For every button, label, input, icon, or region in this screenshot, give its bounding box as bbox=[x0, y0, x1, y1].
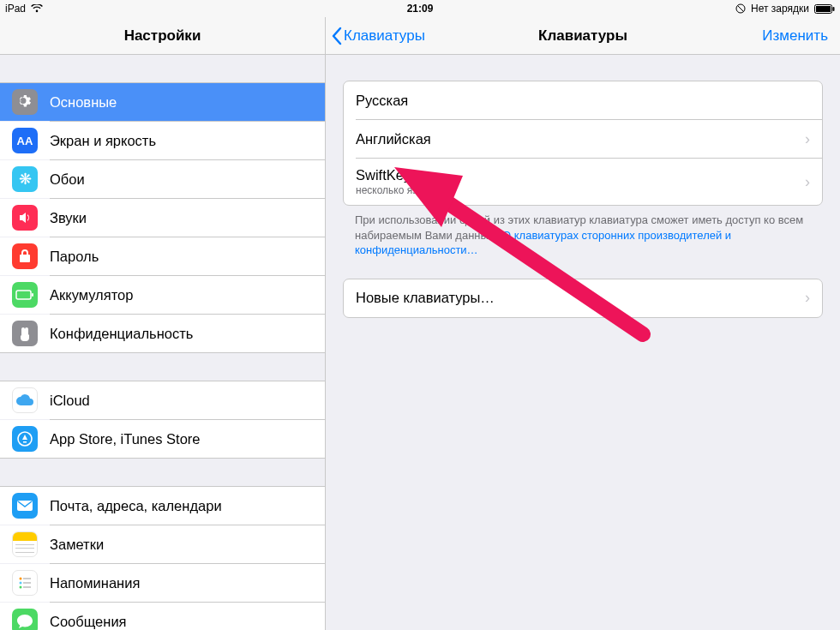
content-scroll[interactable]: Русская Английская › SwiftKey bbox=[326, 55, 840, 630]
sidebar-item-label: Обои bbox=[50, 171, 85, 188]
sidebar-item-label: Напоминания bbox=[50, 575, 140, 591]
chevron-right-icon: › bbox=[805, 289, 810, 307]
sidebar-item-label: Основные bbox=[50, 94, 117, 111]
sidebar-scroll[interactable]: Основные AA Экран и яркость ❋ Обои bbox=[0, 55, 325, 630]
add-keyboard-label: Новые клавиатуры… bbox=[356, 290, 800, 306]
svg-point-12 bbox=[20, 586, 22, 589]
battery-icon bbox=[12, 282, 38, 308]
lock-icon bbox=[12, 243, 38, 269]
notes-icon bbox=[12, 531, 38, 557]
sidebar-item-icloud[interactable]: iCloud bbox=[0, 381, 325, 419]
keyboards-footer: При использовании одной из этих клавиату… bbox=[355, 213, 811, 258]
keyboard-title: Английская bbox=[356, 131, 800, 147]
back-label: Клавиатуры bbox=[344, 27, 425, 45]
keyboard-title: Русская bbox=[356, 93, 810, 109]
sidebar-item-label: Экран и яркость bbox=[50, 133, 156, 149]
messages-icon bbox=[12, 609, 38, 630]
svg-rect-4 bbox=[16, 291, 31, 299]
sound-icon bbox=[12, 205, 38, 231]
sidebar-item-label: Аккумулятор bbox=[50, 287, 133, 303]
keyboard-subtitle: несколько языков bbox=[356, 184, 800, 196]
sidebar-item-notes[interactable]: Заметки bbox=[0, 525, 325, 563]
sidebar-item-label: Пароль bbox=[50, 249, 99, 265]
display-icon: AA bbox=[12, 128, 38, 153]
sidebar-item-wallpaper[interactable]: ❋ Обои bbox=[0, 160, 325, 198]
keyboards-group: Русская Английская › SwiftKey bbox=[343, 81, 823, 206]
no-charge-icon bbox=[735, 3, 746, 14]
svg-rect-3 bbox=[833, 7, 835, 11]
sidebar-item-battery[interactable]: Аккумулятор bbox=[0, 276, 325, 314]
sidebar-item-label: App Store, iTunes Store bbox=[50, 431, 200, 447]
sidebar-item-reminders[interactable]: Напоминания bbox=[0, 564, 325, 602]
wallpaper-icon: ❋ bbox=[12, 166, 38, 192]
battery-status-icon bbox=[814, 4, 835, 14]
content-navbar: Клавиатуры Клавиатуры Изменить bbox=[326, 17, 840, 55]
chevron-right-icon: › bbox=[805, 173, 810, 191]
sidebar-item-mail[interactable]: Почта, адреса, календари bbox=[0, 487, 325, 525]
svg-rect-9 bbox=[23, 578, 31, 579]
sidebar-navbar: Настройки bbox=[0, 17, 325, 55]
chevron-right-icon: › bbox=[805, 130, 810, 148]
charge-label: Нет зарядки bbox=[751, 3, 809, 15]
sidebar-item-display[interactable]: AA Экран и яркость bbox=[0, 122, 325, 159]
chevron-left-icon bbox=[331, 27, 342, 45]
keyboard-row-swiftkey[interactable]: SwiftKey несколько языков › bbox=[344, 159, 822, 205]
keyboard-title: SwiftKey bbox=[356, 167, 800, 183]
sidebar-item-privacy[interactable]: Конфиденциальность bbox=[0, 315, 325, 352]
add-keyboard-row[interactable]: Новые клавиатуры… › bbox=[344, 279, 822, 317]
settings-sidebar: Настройки Основные AA Экран и яркость bbox=[0, 17, 326, 630]
sidebar-item-label: Конфиденциальность bbox=[50, 326, 193, 342]
gear-icon bbox=[12, 89, 38, 115]
mail-icon bbox=[12, 493, 38, 519]
sidebar-item-label: Сообщения bbox=[50, 614, 127, 630]
content-title: Клавиатуры bbox=[538, 27, 627, 45]
edit-button[interactable]: Изменить bbox=[762, 27, 828, 45]
svg-point-10 bbox=[20, 582, 22, 585]
wifi-icon bbox=[31, 4, 43, 13]
sidebar-item-general[interactable]: Основные bbox=[0, 83, 325, 121]
add-keyboard-group: Новые клавиатуры… › bbox=[343, 279, 823, 318]
sidebar-item-passcode[interactable]: Пароль bbox=[0, 237, 325, 275]
status-time: 21:09 bbox=[407, 3, 434, 15]
cloud-icon bbox=[12, 387, 38, 413]
status-bar: iPad 21:09 Нет зарядки bbox=[0, 0, 840, 17]
device-label: iPad bbox=[5, 3, 26, 15]
sidebar-item-label: Заметки bbox=[50, 537, 104, 553]
back-button[interactable]: Клавиатуры bbox=[331, 27, 425, 45]
reminders-icon bbox=[12, 570, 38, 596]
detail-pane: Клавиатуры Клавиатуры Изменить Русская bbox=[326, 17, 840, 630]
svg-rect-2 bbox=[816, 6, 831, 12]
sidebar-title: Настройки bbox=[124, 27, 201, 45]
sidebar-item-label: iCloud bbox=[50, 393, 90, 409]
svg-rect-5 bbox=[32, 293, 33, 297]
sidebar-item-sounds[interactable]: Звуки bbox=[0, 199, 325, 237]
svg-point-8 bbox=[20, 578, 22, 580]
sidebar-item-messages[interactable]: Сообщения bbox=[0, 603, 325, 630]
sidebar-item-appstore[interactable]: App Store, iTunes Store bbox=[0, 420, 325, 458]
keyboard-row-russian[interactable]: Русская bbox=[344, 81, 822, 119]
sidebar-item-label: Звуки bbox=[50, 210, 87, 226]
sidebar-item-label: Почта, адреса, календари bbox=[50, 498, 222, 514]
svg-rect-13 bbox=[23, 586, 31, 588]
svg-rect-11 bbox=[23, 582, 31, 584]
appstore-icon bbox=[12, 426, 38, 452]
privacy-icon bbox=[12, 321, 38, 346]
keyboard-row-english[interactable]: Английская › bbox=[344, 120, 822, 158]
